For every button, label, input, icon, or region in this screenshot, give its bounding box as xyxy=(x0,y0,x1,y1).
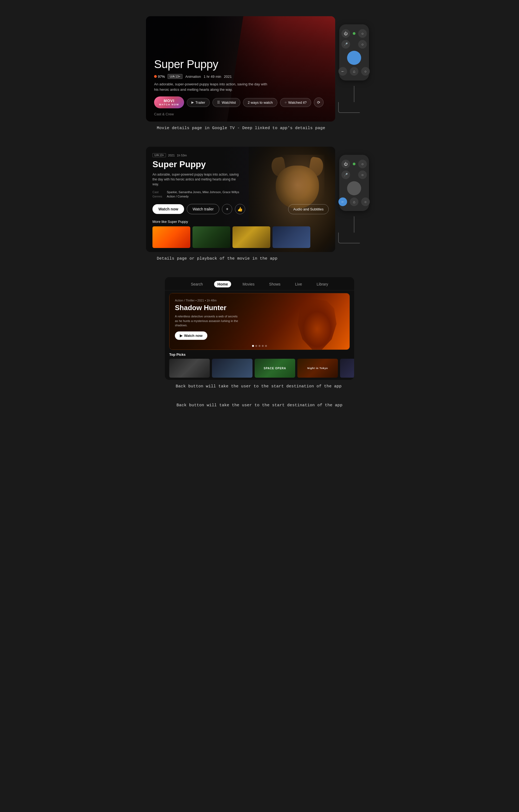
back-icon-1: ← xyxy=(341,69,345,74)
ch-button-2[interactable]: ○ xyxy=(358,170,367,179)
remote-mid-row-1: 🎤 ○ xyxy=(342,40,367,49)
genres-row: Genres Action / Comedy xyxy=(153,195,329,198)
hero-desc: A relentless detective unravels a web of… xyxy=(175,314,240,328)
screen2-card: U/A 13+ 2021 1h 53m Super Puppy An adora… xyxy=(146,147,335,252)
movie-title-2: Super Puppy xyxy=(153,160,329,169)
thumb-2 xyxy=(192,226,230,248)
watch-now-button[interactable]: Watch now xyxy=(153,204,184,214)
remote-nav-row-2: ← ⌂ ○ xyxy=(338,198,370,206)
thumb-1 xyxy=(153,226,190,248)
pick-3: SPACE OPERA xyxy=(255,359,295,378)
remote-column-1: ⏻ ○ 🎤 ○ xyxy=(335,8,373,113)
pick-4: Night in Tokyo xyxy=(297,359,338,378)
ways-to-watch-button[interactable]: 2 ways to watch xyxy=(243,98,277,107)
genre-1: Animation xyxy=(185,75,201,79)
back-button-1[interactable]: ← xyxy=(338,67,347,76)
power-button-2[interactable]: ⏻ xyxy=(342,160,350,168)
section2-block: U/A 13+ 2021 1h 53m Super Puppy An adora… xyxy=(146,139,335,266)
center-button-2[interactable] xyxy=(347,181,361,195)
home-button-1[interactable]: ⌂ xyxy=(350,67,358,76)
picks-row: SPACE OPERA Night in Tokyo xyxy=(169,359,350,378)
remote-top-row-1: ⏻ ○ xyxy=(342,29,367,38)
trailer-button-1[interactable]: ▶ Trailer xyxy=(187,98,210,107)
check-icon: ○ xyxy=(284,100,286,104)
circle-icon-4: ○ xyxy=(361,162,363,166)
mic-icon-2: 🎤 xyxy=(344,173,348,177)
like-button[interactable]: 👍 xyxy=(235,204,245,214)
extra-button-1[interactable]: ○ xyxy=(361,67,370,76)
action-row-1: MOVI WATCH NOW ▶ Trailer ☰ Watchlist 2 xyxy=(154,96,327,108)
dot-3 xyxy=(259,345,261,347)
hero-genre: Action / Thriller • 2021 • 1h 48m xyxy=(175,299,344,302)
audio-subtitles-button[interactable]: Audio and Subtitles xyxy=(288,204,329,214)
remote-column-2: ⏻ ○ 🎤 ○ xyxy=(335,139,373,243)
mic-icon-1: 🎤 xyxy=(344,42,348,46)
description-2: An adorable, super-powered puppy leaps i… xyxy=(153,172,239,187)
hero-banner: Action / Thriller • 2021 • 1h 48m Shadow… xyxy=(169,293,350,350)
extra-button-2[interactable]: ○ xyxy=(361,198,370,206)
duration-2: 1h 53m xyxy=(177,154,187,157)
remote-mid-row-2: 🎤 ○ xyxy=(342,170,367,179)
nav-shows[interactable]: Shows xyxy=(266,281,284,287)
tag-row-2: U/A 13+ 2021 1h 53m xyxy=(153,153,329,157)
section2-wrapper: U/A 13+ 2021 1h 53m Super Puppy An adora… xyxy=(0,139,519,266)
watchlist-button[interactable]: ☰ Watchlist xyxy=(213,98,240,107)
pick-1 xyxy=(169,359,210,378)
pick-5 xyxy=(340,359,354,378)
watched-button[interactable]: ○ Watched it? xyxy=(280,98,311,107)
circle-icon-3: ○ xyxy=(364,69,366,74)
home-icon-2: ⌂ xyxy=(353,200,355,204)
action-row-2: Watch now Watch trailer + 👍 Audio and Su… xyxy=(153,204,329,214)
dot-5 xyxy=(265,345,267,347)
nav-home[interactable]: Home xyxy=(214,281,231,287)
vol-button-1[interactable]: 🎤 xyxy=(342,40,350,49)
menu-button-1[interactable]: ○ xyxy=(358,29,367,38)
hero-content: Action / Thriller • 2021 • 1h 48m Shadow… xyxy=(169,293,350,345)
arrow-connector-2 xyxy=(349,216,360,243)
center-button-1[interactable] xyxy=(347,51,361,65)
movie-title-1: Super Puppy xyxy=(154,58,327,71)
cast-label-2: Cast xyxy=(153,191,165,194)
pick-3-text: SPACE OPERA xyxy=(263,366,287,371)
screen1-content: Super Puppy 97% U/A 13+ Animation 1 hr 4… xyxy=(146,16,335,121)
remote-center-row-2 xyxy=(347,181,361,195)
section3-wrapper: Search Home Movies Shows Live Library Ac… xyxy=(0,269,519,394)
dot-1 xyxy=(252,345,254,347)
main-container: Super Puppy 97% U/A 13+ Animation 1 hr 4… xyxy=(0,8,519,417)
nav-movies[interactable]: Movies xyxy=(239,281,257,287)
share-button[interactable]: ⟳ xyxy=(314,97,324,107)
nav-search[interactable]: Search xyxy=(188,281,206,287)
cast-crew-label: Cast & Crew xyxy=(154,112,327,116)
back-button-2[interactable]: ← xyxy=(338,198,347,206)
watch-trailer-button[interactable]: Watch trailer xyxy=(187,204,219,214)
status-dot-1 xyxy=(353,32,355,35)
age-badge-2: U/A 13+ xyxy=(153,153,166,157)
ch-button-1[interactable]: ○ xyxy=(358,40,367,49)
more-like-title: More like Super Puppy xyxy=(153,220,329,224)
power-icon-2: ⏻ xyxy=(344,162,348,166)
menu-button-2[interactable]: ○ xyxy=(358,160,367,168)
screen2-content: U/A 13+ 2021 1h 53m Super Puppy An adora… xyxy=(146,147,335,252)
cast-info-row: Cast Sparkie, Samantha Jones, Mike Johns… xyxy=(153,191,329,194)
thumb-3 xyxy=(233,226,270,248)
meta-row-1: 97% U/A 13+ Animation 1 hr 49 min 2021 xyxy=(154,74,327,79)
movi-sub: WATCH NOW xyxy=(159,103,179,106)
add-button[interactable]: + xyxy=(222,204,232,214)
year-2: 2021 xyxy=(168,154,174,157)
nav-live[interactable]: Live xyxy=(292,281,305,287)
app-nav: Search Home Movies Shows Live Library xyxy=(165,277,354,290)
vol-button-2[interactable]: 🎤 xyxy=(342,170,350,179)
watch-hero-button[interactable]: ▶ Watch now xyxy=(175,331,207,340)
bottom-text-full: Back button will take the user to the st… xyxy=(176,403,343,408)
home-button-2[interactable]: ⌂ xyxy=(350,198,358,206)
nav-library[interactable]: Library xyxy=(313,281,331,287)
play-icon-1: ▶ xyxy=(191,100,194,104)
power-button-1[interactable]: ⏻ xyxy=(342,29,350,38)
arrow-line-2 xyxy=(354,216,354,233)
movi-button[interactable]: MOVI WATCH NOW xyxy=(154,96,184,108)
remote-2: ⏻ ○ 🎤 ○ xyxy=(339,155,369,211)
caption-1: Movie details page in Google TV - Deep l… xyxy=(146,121,335,136)
age-badge-1: U/A 13+ xyxy=(168,74,183,79)
bookmark-icon: ☰ xyxy=(217,100,220,104)
movi-brand: MOVI xyxy=(164,98,174,103)
